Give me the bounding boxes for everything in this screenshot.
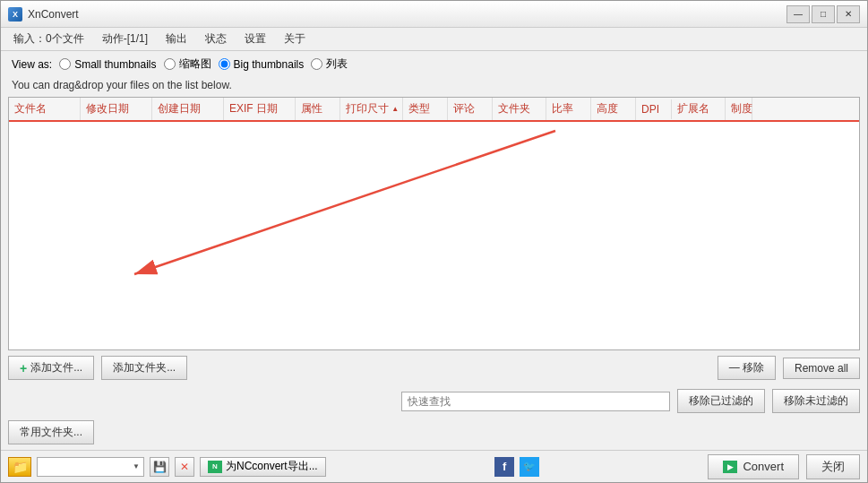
facebook-icon[interactable]: f [494, 457, 514, 477]
bottom-controls-row1: + 添加文件... 添加文件夹... — 移除 Remove all [1, 350, 867, 385]
app-title: XnConvert [28, 8, 79, 21]
format-dropdown[interactable]: ▼ [37, 457, 144, 477]
drag-hint: You can drag&drop your files on the list… [1, 77, 867, 97]
main-window: X XnConvert — □ ✕ 输入：0个文件 动作-[1/1] 输出 状态… [0, 0, 868, 483]
menu-output[interactable]: 输出 [157, 30, 196, 48]
close-window-button[interactable]: ✕ [837, 5, 860, 23]
menu-about[interactable]: 关于 [275, 30, 314, 48]
col-header-exif[interactable]: EXIF 日期 [224, 98, 296, 120]
col-header-folder[interactable]: 文件夹 [493, 98, 546, 120]
close-button[interactable]: 关闭 [806, 454, 860, 479]
search-row: 移除已过滤的 移除未过滤的 [1, 385, 867, 417]
col-header-comment[interactable]: 评论 [448, 98, 493, 120]
common-folders-button[interactable]: 常用文件夹... [8, 420, 94, 444]
view-small-thumbnails[interactable]: Small thumbnails [59, 58, 156, 71]
title-controls: — □ ✕ [786, 5, 860, 23]
convert-icon: ▶ [723, 461, 737, 473]
title-bar-left: X XnConvert [8, 7, 79, 22]
menu-input[interactable]: 输入：0个文件 [4, 30, 93, 48]
menu-status[interactable]: 状态 [196, 30, 236, 48]
remove-filtered-button[interactable]: 移除已过滤的 [677, 389, 765, 413]
file-list-area: 文件名 修改日期 创建日期 EXIF 日期 属性 打印尺寸 ▲ 类型 评论 文件… [8, 97, 860, 350]
add-folder-button[interactable]: 添加文件夹... [101, 356, 187, 380]
col-header-dpi[interactable]: DPI [636, 99, 672, 119]
diagonal-arrow [9, 122, 859, 349]
col-header-ext[interactable]: 扩展名 [672, 98, 726, 120]
maximize-button[interactable]: □ [812, 5, 835, 23]
statusbar-left: 📁 ▼ 💾 ✕ N 为NCconvert导出... [8, 457, 326, 477]
file-list-body [9, 122, 859, 349]
minimize-button[interactable]: — [786, 5, 810, 23]
view-toolbar: View as: Small thumbnails 缩略图 Big thumbn… [1, 51, 867, 77]
col-header-filename[interactable]: 文件名 [9, 98, 81, 120]
view-thumbnails[interactable]: 缩略图 [164, 56, 211, 72]
search-input[interactable] [401, 392, 670, 411]
file-list-header: 文件名 修改日期 创建日期 EXIF 日期 属性 打印尺寸 ▲ 类型 评论 文件… [9, 98, 859, 122]
view-big-thumbnails[interactable]: Big thumbnails [219, 58, 305, 71]
add-files-icon: + [20, 361, 27, 375]
menu-settings[interactable]: 设置 [236, 30, 275, 48]
remove-unfiltered-button[interactable]: 移除未过滤的 [772, 389, 860, 413]
delete-button[interactable]: ✕ [175, 457, 194, 477]
statusbar: 📁 ▼ 💾 ✕ N 为NCconvert导出... f 🐦 ▶ Convert … [1, 450, 867, 482]
col-header-attr[interactable]: 属性 [296, 98, 340, 120]
sort-arrow-icon: ▲ [391, 105, 399, 113]
col-header-created[interactable]: 创建日期 [152, 98, 224, 120]
title-bar: X XnConvert — □ ✕ [1, 1, 867, 28]
menu-bar: 输入：0个文件 动作-[1/1] 输出 状态 设置 关于 [1, 28, 867, 51]
view-as-label: View as: [12, 58, 52, 71]
app-icon: X [8, 7, 22, 22]
view-list[interactable]: 列表 [311, 56, 348, 72]
col-header-modified[interactable]: 修改日期 [81, 98, 152, 120]
menu-actions[interactable]: 动作-[1/1] [93, 30, 157, 48]
convert-button[interactable]: ▶ Convert [708, 454, 799, 479]
chevron-down-icon: ▼ [133, 462, 140, 470]
col-header-ratio[interactable]: 比率 [546, 98, 591, 120]
col-header-printsize[interactable]: 打印尺寸 ▲ [340, 98, 403, 120]
export-icon: N [208, 461, 222, 473]
remove-button[interactable]: — 移除 [718, 356, 776, 380]
remove-all-button[interactable]: Remove all [783, 358, 860, 379]
add-files-button[interactable]: + 添加文件... [8, 356, 94, 380]
svg-line-1 [134, 131, 555, 274]
folder-row: 常用文件夹... [1, 417, 867, 450]
export-button[interactable]: N 为NCconvert导出... [200, 457, 326, 477]
col-header-height[interactable]: 高度 [591, 98, 636, 120]
folder-open-button[interactable]: 📁 [8, 457, 31, 477]
social-icons: f 🐦 [494, 457, 539, 477]
col-header-ctrl[interactable]: 制度 [726, 98, 752, 120]
save-button[interactable]: 💾 [150, 457, 169, 477]
twitter-icon[interactable]: 🐦 [520, 457, 539, 477]
col-header-type[interactable]: 类型 [403, 98, 448, 120]
